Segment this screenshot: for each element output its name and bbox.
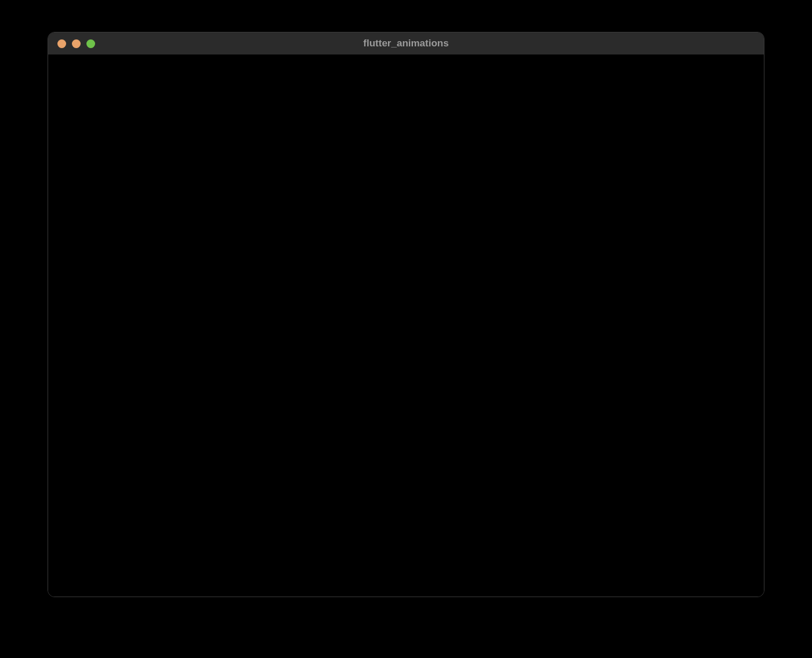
minimize-button[interactable]: [72, 39, 81, 48]
window-title: flutter_animations: [48, 38, 764, 49]
traffic-lights: [48, 39, 95, 48]
app-window: flutter_animations: [48, 32, 764, 597]
window-content: [48, 54, 764, 597]
close-button[interactable]: [57, 39, 66, 48]
maximize-button[interactable]: [86, 39, 95, 48]
window-titlebar[interactable]: flutter_animations: [48, 32, 764, 54]
